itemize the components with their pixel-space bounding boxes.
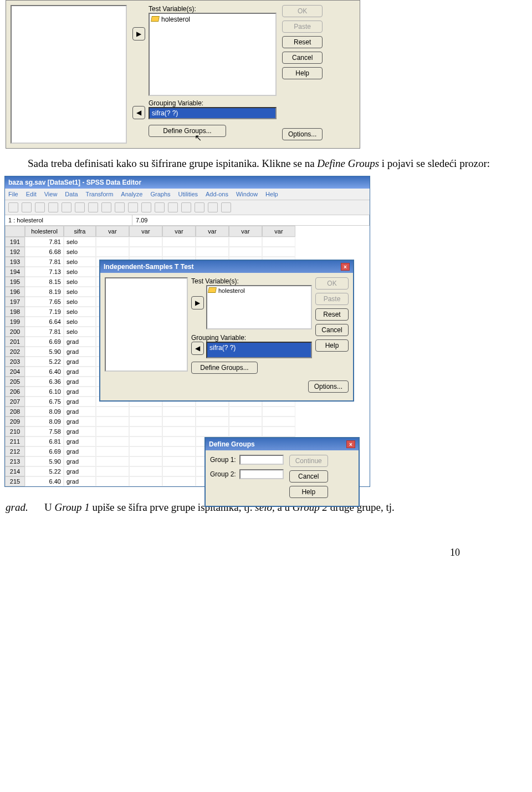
menu-item-data[interactable]: Data [65,191,78,197]
row-header[interactable]: 209 [5,417,25,427]
toolbar-icon[interactable] [115,202,125,212]
empty-cell[interactable] [96,476,129,486]
data-cell[interactable]: 5.22 [25,466,64,476]
group1-input[interactable] [239,455,284,465]
data-cell[interactable]: 7.65 [25,297,64,307]
data-cell[interactable]: grad [64,436,96,446]
ind-testvar-item[interactable]: holesterol [218,287,245,294]
cancel-button[interactable]: Cancel [282,52,323,64]
ind-testvar-list[interactable]: holesterol [206,285,312,329]
empty-cell[interactable] [129,407,162,417]
menu-item-add-ons[interactable]: Add-ons [206,191,228,197]
toolbar-icon[interactable] [128,202,138,212]
empty-cell[interactable] [262,237,295,247]
data-cell[interactable]: 7.81 [25,327,64,337]
row-header[interactable]: 193 [5,257,25,267]
arrow-right-button[interactable]: ▶ [132,27,145,40]
row-header[interactable]: 207 [5,397,25,407]
data-cell[interactable]: grad [64,337,96,347]
data-cell[interactable]: 5.90 [25,456,64,466]
empty-cell[interactable] [129,446,162,456]
row-header[interactable]: 215 [5,476,25,486]
toolbar-icon[interactable] [88,202,98,212]
toolbar-icon[interactable] [22,202,32,212]
empty-cell[interactable] [129,247,162,257]
row-header[interactable]: 195 [5,277,25,287]
empty-cell[interactable] [229,407,262,417]
empty-cell[interactable] [162,466,196,476]
data-cell[interactable]: selo [64,257,96,267]
empty-cell[interactable] [229,427,262,436]
ok-button[interactable]: OK [282,5,323,17]
empty-cell[interactable] [196,247,229,257]
data-cell[interactable]: 8.09 [25,407,64,417]
ind-help-button[interactable]: Help [315,339,349,352]
row-header[interactable]: 194 [5,267,25,277]
toolbar-icon[interactable] [48,202,58,212]
empty-cell[interactable] [162,237,196,247]
group2-input[interactable] [239,469,284,479]
row-header[interactable]: 206 [5,387,25,397]
data-cell[interactable]: 6.68 [25,247,64,257]
data-cell[interactable]: grad [64,387,96,397]
data-cell[interactable]: 6.10 [25,387,64,397]
menu-item-view[interactable]: View [44,191,58,197]
row-header[interactable]: 199 [5,317,25,327]
data-cell[interactable]: 6.75 [25,397,64,407]
data-cell[interactable]: grad [64,417,96,427]
define-groups-button[interactable]: Define Groups... [149,125,226,137]
options-button[interactable]: Options... [282,128,323,140]
empty-cell[interactable] [96,237,129,247]
data-cell[interactable]: grad [64,476,96,486]
empty-cell[interactable] [96,456,129,466]
data-cell[interactable]: 7.81 [25,237,64,247]
ind-cancel-button[interactable]: Cancel [315,324,349,336]
data-cell[interactable]: grad [64,357,96,367]
paste-button[interactable]: Paste [282,21,323,33]
menu-item-utilities[interactable]: Utilities [178,191,198,197]
toolbar-icon[interactable] [75,202,85,212]
source-variables-list[interactable] [11,5,127,144]
toolbar-icon[interactable] [141,202,151,212]
data-cell[interactable]: grad [64,397,96,407]
empty-cell[interactable] [196,427,229,436]
ind-options-button[interactable]: Options... [308,380,349,393]
data-cell[interactable]: selo [64,317,96,327]
dg-help-button[interactable]: Help [289,486,328,498]
empty-cell[interactable] [129,466,162,476]
empty-cell[interactable] [262,417,295,427]
empty-cell[interactable] [96,466,129,476]
ind-groupvar-field[interactable]: sifra(? ?) [206,342,312,358]
empty-cell[interactable] [162,436,196,446]
column-header[interactable]: var [196,226,229,237]
data-cell[interactable]: 6.40 [25,367,64,377]
row-header[interactable]: 200 [5,327,25,337]
data-cell[interactable]: selo [64,237,96,247]
row-header[interactable]: 212 [5,446,25,456]
empty-cell[interactable] [229,417,262,427]
toolbar-icon[interactable] [35,202,45,212]
empty-cell[interactable] [162,476,196,486]
row-header[interactable]: 192 [5,247,25,257]
empty-cell[interactable] [129,417,162,427]
row-header[interactable]: 213 [5,456,25,466]
row-header[interactable]: 198 [5,307,25,317]
row-header[interactable]: 203 [5,357,25,367]
data-cell[interactable]: 6.40 [25,476,64,486]
empty-cell[interactable] [162,247,196,257]
empty-cell[interactable] [229,247,262,257]
reset-button[interactable]: Reset [282,36,323,48]
empty-cell[interactable] [96,436,129,446]
data-cell[interactable]: 7.19 [25,307,64,317]
data-cell[interactable]: selo [64,327,96,337]
column-header[interactable]: holesterol [25,226,64,237]
data-cell[interactable]: 8.15 [25,277,64,287]
empty-cell[interactable] [229,237,262,247]
empty-cell[interactable] [162,417,196,427]
empty-cell[interactable] [129,436,162,446]
data-cell[interactable]: 6.81 [25,436,64,446]
empty-cell[interactable] [96,446,129,456]
data-cell[interactable]: 8.09 [25,417,64,427]
empty-cell[interactable] [196,237,229,247]
test-variables-list[interactable]: holesterol [149,13,277,96]
